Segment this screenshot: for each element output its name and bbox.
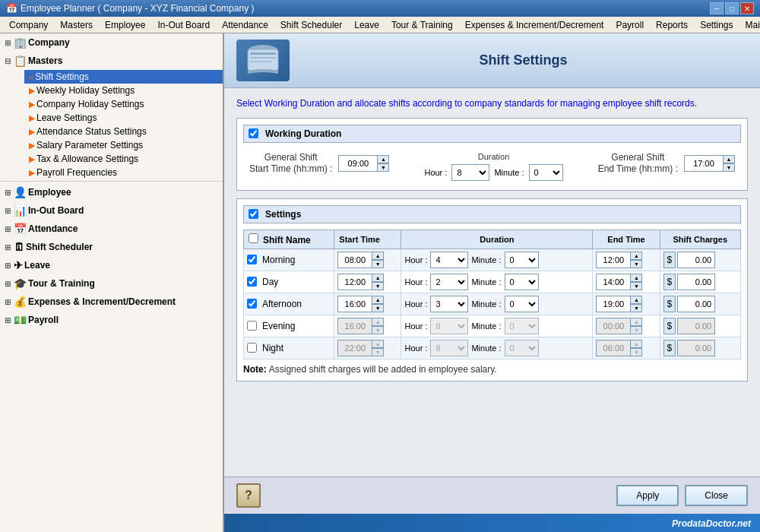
menu-item-payroll[interactable]: Payroll — [610, 18, 650, 32]
shift-minute-select-day[interactable]: 0153045 — [505, 274, 539, 290]
settings-checkbox[interactable] — [249, 209, 258, 219]
shift-minute-select-afternoon[interactable]: 0153045 — [505, 296, 539, 312]
menu-item-leave[interactable]: Leave — [348, 18, 385, 32]
shift-start-down-morning[interactable]: ▼ — [372, 260, 384, 268]
shift-start-input-morning[interactable] — [337, 252, 372, 268]
shift-charge-input-morning[interactable] — [677, 252, 715, 268]
menu-item-tour--training[interactable]: Tour & Training — [385, 18, 459, 32]
sidebar-item-leave-settings[interactable]: ▶ Leave Settings — [24, 111, 223, 125]
menu-item-mail[interactable]: Mail — [739, 18, 760, 32]
shift-duration-cell-evening: Hour : 123456789101112 Minute : 0153045 — [401, 315, 593, 337]
general-shift-end-up[interactable]: ▲ — [723, 155, 735, 163]
shift-start-up-day[interactable]: ▲ — [372, 274, 384, 282]
expand-icon-company: ⊞ — [5, 39, 11, 47]
shift-charge-input-day[interactable] — [677, 274, 715, 290]
menu-item-attendance[interactable]: Attendance — [216, 18, 274, 32]
sidebar-item-salary-param[interactable]: ▶ Salary Parameter Settings — [24, 138, 223, 152]
svg-rect-2 — [250, 52, 276, 55]
table-row: Morning ▲ ▼ Hour : 123456789101112 — [244, 249, 741, 271]
help-button[interactable]: ? — [236, 483, 261, 508]
wd-hour-select[interactable]: 8 — [451, 164, 489, 181]
shift-minute-select-morning[interactable]: 0153045 — [505, 252, 539, 268]
shift-checkbox-evening[interactable] — [247, 321, 257, 331]
minimize-button[interactable]: ─ — [710, 2, 724, 14]
content-area: Shift Settings Select Working Duration a… — [224, 33, 760, 532]
sidebar-item-company[interactable]: ⊞ 🏢 Company — [0, 33, 223, 52]
shift-start-up-afternoon[interactable]: ▲ — [372, 296, 384, 304]
general-shift-start-up[interactable]: ▲ — [377, 155, 389, 163]
menu-item-masters[interactable]: Masters — [54, 18, 99, 32]
shift-end-up-morning[interactable]: ▲ — [630, 252, 642, 260]
shift-end-down-day[interactable]: ▼ — [630, 282, 642, 290]
sidebar-item-tour-training[interactable]: ⊞ 🎓 Tour & Training — [0, 274, 223, 293]
shift-checkbox-morning[interactable] — [247, 255, 257, 264]
table-row: Evening ▲ ▼ Hour : 123456789101112 — [244, 315, 741, 337]
col-shift-name-checkbox[interactable] — [249, 233, 258, 243]
sidebar-item-shift-settings[interactable]: » Shift Settings — [24, 70, 223, 84]
expand-icon-expenses: ⊞ — [5, 298, 11, 306]
apply-button[interactable]: Apply — [616, 485, 679, 506]
sidebar-item-attendance-status[interactable]: ▶ Attendance Status Settings — [24, 125, 223, 138]
shift-end-up-afternoon[interactable]: ▲ — [630, 296, 642, 304]
shift-charge-input-afternoon[interactable] — [677, 296, 715, 312]
shift-checkbox-afternoon[interactable] — [247, 299, 257, 309]
general-shift-start-label2: Start Time (hh:mm) : — [249, 163, 332, 176]
sidebar-item-inout[interactable]: ⊞ 📊 In-Out Board — [0, 201, 223, 220]
sidebar-item-shift-scheduler[interactable]: ⊞ 🗓 Shift Scheduler — [0, 238, 223, 256]
shift-end-down-morning[interactable]: ▼ — [630, 260, 642, 268]
sidebar-employee-label: Employee — [28, 187, 71, 198]
menu-item-in-out-board[interactable]: In-Out Board — [151, 18, 216, 32]
shift-hour-select-day[interactable]: 123456789101112 — [430, 274, 468, 290]
sidebar-payroll-label: Payroll — [28, 315, 59, 325]
shift-start-down-day[interactable]: ▼ — [372, 282, 384, 290]
settings-label: Settings — [265, 209, 301, 220]
shift-hour-select-afternoon[interactable]: 123456789101112 — [430, 296, 468, 312]
general-shift-end-down[interactable]: ▼ — [723, 163, 735, 172]
masters-icon: 📋 — [14, 55, 27, 67]
button-row: ? Apply Close — [224, 477, 760, 514]
general-shift-start-input[interactable] — [338, 155, 378, 172]
wd-minute-select[interactable]: 0 — [529, 164, 563, 181]
sidebar-item-expenses[interactable]: ⊞ 💰 Expenses & Increment/Decrement — [0, 293, 223, 311]
menu-item-company[interactable]: Company — [3, 18, 54, 32]
shift-end-down-afternoon[interactable]: ▼ — [630, 304, 642, 312]
menu-item-reports[interactable]: Reports — [650, 18, 694, 32]
general-shift-start-down[interactable]: ▼ — [377, 163, 389, 172]
shift-start-input-afternoon[interactable] — [337, 296, 372, 312]
sidebar-item-masters[interactable]: ⊟ 📋 Masters — [0, 52, 223, 70]
shift-end-input-morning[interactable] — [596, 252, 631, 268]
working-duration-checkbox[interactable] — [249, 128, 258, 138]
shift-start-input-day[interactable] — [337, 274, 372, 290]
shift-hour-select-morning[interactable]: 123456789101112 — [430, 252, 468, 268]
menu-item-expenses--incrementdecrement[interactable]: Expenses & Increment/Decrement — [459, 18, 610, 32]
general-shift-end-spinner[interactable]: ▲ ▼ — [684, 155, 735, 172]
sidebar-item-attendance[interactable]: ⊞ 📅 Attendance — [0, 220, 223, 238]
sidebar-item-weekly-holiday[interactable]: ▶ Weekly Holiday Settings — [24, 84, 223, 97]
sidebar-item-payroll-freq[interactable]: ▶ Payroll Frequencies — [24, 166, 223, 179]
shift-end-input-afternoon[interactable] — [596, 296, 631, 312]
duration-center-label: Duration — [398, 152, 588, 161]
close-button[interactable]: ✕ — [740, 2, 754, 14]
shift-start-up-morning[interactable]: ▲ — [372, 252, 384, 260]
shift-end-input-day[interactable] — [596, 274, 631, 290]
sidebar-item-payroll[interactable]: ⊞ 💵 Payroll — [0, 311, 223, 329]
general-shift-end-input[interactable] — [684, 155, 724, 172]
sidebar-item-employee[interactable]: ⊞ 👤 Employee — [0, 183, 223, 201]
shift-checkbox-night[interactable] — [247, 343, 257, 353]
shift-minute-label-afternoon: Minute : — [471, 299, 501, 309]
maximize-button[interactable]: □ — [725, 2, 739, 14]
shift-start-down-afternoon[interactable]: ▼ — [372, 304, 384, 312]
sidebar-item-company-holiday[interactable]: ▶ Company Holiday Settings — [24, 97, 223, 111]
sidebar-leave-label: Leave — [24, 260, 50, 271]
sidebar-item-tax-allowance[interactable]: ▶ Tax & Allowance Settings — [24, 152, 223, 166]
close-button-main[interactable]: Close — [685, 485, 748, 506]
shift-name-cell-night: Night — [244, 337, 334, 359]
menu-item-employee[interactable]: Employee — [99, 18, 151, 32]
shift-charge-cell-evening: $ — [660, 315, 740, 337]
menu-item-settings[interactable]: Settings — [694, 18, 739, 32]
sidebar-item-leave[interactable]: ⊞ ✈ Leave — [0, 256, 223, 274]
shift-end-up-day[interactable]: ▲ — [630, 274, 642, 282]
menu-item-shift-scheduler[interactable]: Shift Scheduler — [274, 18, 348, 32]
general-shift-start-spinner[interactable]: ▲ ▼ — [338, 155, 389, 172]
shift-checkbox-day[interactable] — [247, 277, 257, 287]
